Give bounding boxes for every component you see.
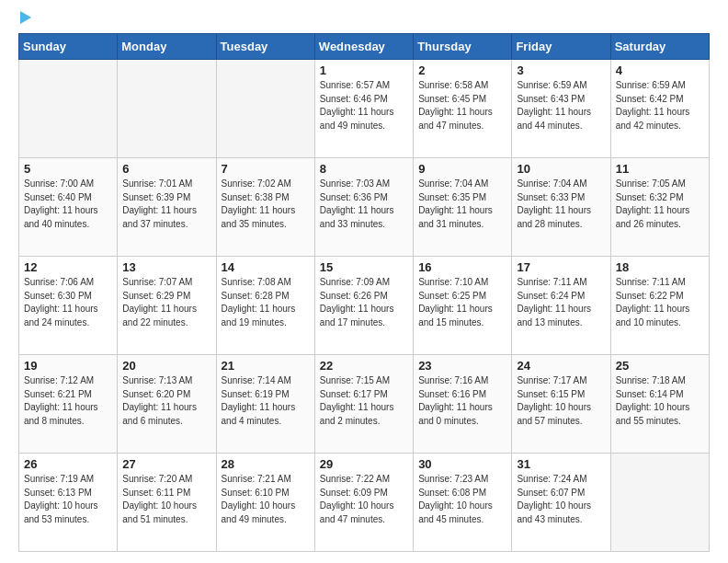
calendar-cell: 30Sunrise: 7:23 AM Sunset: 6:08 PM Dayli… <box>414 454 512 552</box>
day-number: 30 <box>418 457 506 471</box>
calendar-cell: 4Sunrise: 6:59 AM Sunset: 6:42 PM Daylig… <box>610 60 709 158</box>
col-header-wednesday: Wednesday <box>314 34 413 60</box>
day-info: Sunrise: 7:18 AM Sunset: 6:14 PM Dayligh… <box>616 374 704 428</box>
day-number: 18 <box>616 260 704 274</box>
day-info: Sunrise: 6:57 AM Sunset: 6:46 PM Dayligh… <box>320 79 408 132</box>
day-info: Sunrise: 7:14 AM Sunset: 6:19 PM Dayligh… <box>222 374 310 428</box>
day-info: Sunrise: 6:59 AM Sunset: 6:43 PM Dayligh… <box>517 79 605 132</box>
day-info: Sunrise: 7:04 AM Sunset: 6:33 PM Dayligh… <box>517 178 605 231</box>
day-number: 6 <box>122 162 210 176</box>
calendar-cell: 6Sunrise: 7:01 AM Sunset: 6:39 PM Daylig… <box>118 158 216 257</box>
calendar-cell: 3Sunrise: 6:59 AM Sunset: 6:43 PM Daylig… <box>512 60 610 158</box>
day-info: Sunrise: 7:08 AM Sunset: 6:28 PM Dayligh… <box>222 276 310 329</box>
calendar-cell: 2Sunrise: 6:58 AM Sunset: 6:45 PM Daylig… <box>414 60 512 158</box>
day-number: 22 <box>320 359 408 373</box>
calendar-cell: 28Sunrise: 7:21 AM Sunset: 6:10 PM Dayli… <box>216 454 314 552</box>
calendar-cell: 1Sunrise: 6:57 AM Sunset: 6:46 PM Daylig… <box>314 60 413 158</box>
logo <box>18 15 31 24</box>
day-number: 28 <box>222 457 310 471</box>
day-number: 19 <box>24 359 112 373</box>
day-info: Sunrise: 7:22 AM Sunset: 6:09 PM Dayligh… <box>320 473 408 526</box>
day-number: 12 <box>24 260 112 274</box>
calendar-cell: 21Sunrise: 7:14 AM Sunset: 6:19 PM Dayli… <box>216 355 314 454</box>
day-info: Sunrise: 7:19 AM Sunset: 6:13 PM Dayligh… <box>24 473 112 526</box>
calendar-cell: 31Sunrise: 7:24 AM Sunset: 6:07 PM Dayli… <box>512 454 610 552</box>
day-number: 24 <box>517 359 605 373</box>
day-info: Sunrise: 7:05 AM Sunset: 6:32 PM Dayligh… <box>616 178 704 231</box>
calendar-cell: 18Sunrise: 7:11 AM Sunset: 6:22 PM Dayli… <box>610 257 709 355</box>
day-number: 15 <box>320 260 408 274</box>
calendar-cell: 29Sunrise: 7:22 AM Sunset: 6:09 PM Dayli… <box>314 454 413 552</box>
day-number: 5 <box>24 162 112 176</box>
day-number: 8 <box>320 162 408 176</box>
day-number: 27 <box>122 457 210 471</box>
day-number: 23 <box>418 359 506 373</box>
col-header-tuesday: Tuesday <box>216 34 314 60</box>
calendar-cell: 10Sunrise: 7:04 AM Sunset: 6:33 PM Dayli… <box>512 158 610 257</box>
col-header-monday: Monday <box>118 34 216 60</box>
calendar-cell <box>118 60 216 158</box>
calendar-cell: 14Sunrise: 7:08 AM Sunset: 6:28 PM Dayli… <box>216 257 314 355</box>
calendar-week-row: 19Sunrise: 7:12 AM Sunset: 6:21 PM Dayli… <box>19 355 710 454</box>
day-number: 10 <box>517 162 605 176</box>
day-number: 13 <box>122 260 210 274</box>
day-info: Sunrise: 7:11 AM Sunset: 6:24 PM Dayligh… <box>517 276 605 329</box>
day-info: Sunrise: 7:15 AM Sunset: 6:17 PM Dayligh… <box>320 374 408 428</box>
day-number: 4 <box>616 63 704 77</box>
day-info: Sunrise: 7:20 AM Sunset: 6:11 PM Dayligh… <box>122 473 210 526</box>
calendar-cell: 20Sunrise: 7:13 AM Sunset: 6:20 PM Dayli… <box>118 355 216 454</box>
calendar-cell: 22Sunrise: 7:15 AM Sunset: 6:17 PM Dayli… <box>314 355 413 454</box>
day-info: Sunrise: 7:21 AM Sunset: 6:10 PM Dayligh… <box>222 473 310 526</box>
day-number: 29 <box>320 457 408 471</box>
col-header-sunday: Sunday <box>19 34 118 60</box>
calendar-cell: 12Sunrise: 7:06 AM Sunset: 6:30 PM Dayli… <box>19 257 118 355</box>
calendar-cell: 23Sunrise: 7:16 AM Sunset: 6:16 PM Dayli… <box>414 355 512 454</box>
day-info: Sunrise: 7:02 AM Sunset: 6:38 PM Dayligh… <box>222 178 310 231</box>
calendar-cell: 25Sunrise: 7:18 AM Sunset: 6:14 PM Dayli… <box>610 355 709 454</box>
day-number: 26 <box>24 457 112 471</box>
calendar-cell: 11Sunrise: 7:05 AM Sunset: 6:32 PM Dayli… <box>610 158 709 257</box>
day-info: Sunrise: 7:01 AM Sunset: 6:39 PM Dayligh… <box>122 178 210 231</box>
calendar-week-row: 12Sunrise: 7:06 AM Sunset: 6:30 PM Dayli… <box>19 257 710 355</box>
day-number: 21 <box>222 359 310 373</box>
day-info: Sunrise: 7:09 AM Sunset: 6:26 PM Dayligh… <box>320 276 408 329</box>
day-info: Sunrise: 7:10 AM Sunset: 6:25 PM Dayligh… <box>418 276 506 329</box>
calendar-header-row: SundayMondayTuesdayWednesdayThursdayFrid… <box>19 34 710 60</box>
calendar-cell: 13Sunrise: 7:07 AM Sunset: 6:29 PM Dayli… <box>118 257 216 355</box>
calendar-cell: 16Sunrise: 7:10 AM Sunset: 6:25 PM Dayli… <box>414 257 512 355</box>
day-number: 20 <box>122 359 210 373</box>
calendar-cell: 27Sunrise: 7:20 AM Sunset: 6:11 PM Dayli… <box>118 454 216 552</box>
day-number: 7 <box>222 162 310 176</box>
day-info: Sunrise: 7:17 AM Sunset: 6:15 PM Dayligh… <box>517 374 605 428</box>
calendar-week-row: 1Sunrise: 6:57 AM Sunset: 6:46 PM Daylig… <box>19 60 710 158</box>
day-number: 9 <box>418 162 506 176</box>
calendar-cell <box>216 60 314 158</box>
day-info: Sunrise: 7:07 AM Sunset: 6:29 PM Dayligh… <box>122 276 210 329</box>
day-info: Sunrise: 6:59 AM Sunset: 6:42 PM Dayligh… <box>616 79 704 132</box>
day-info: Sunrise: 7:11 AM Sunset: 6:22 PM Dayligh… <box>616 276 704 329</box>
calendar-table: SundayMondayTuesdayWednesdayThursdayFrid… <box>18 33 710 552</box>
col-header-saturday: Saturday <box>610 34 709 60</box>
day-info: Sunrise: 7:12 AM Sunset: 6:21 PM Dayligh… <box>24 374 112 428</box>
calendar-cell: 26Sunrise: 7:19 AM Sunset: 6:13 PM Dayli… <box>19 454 118 552</box>
day-number: 17 <box>517 260 605 274</box>
day-info: Sunrise: 7:23 AM Sunset: 6:08 PM Dayligh… <box>418 473 506 526</box>
calendar-cell: 8Sunrise: 7:03 AM Sunset: 6:36 PM Daylig… <box>314 158 413 257</box>
calendar-cell: 5Sunrise: 7:00 AM Sunset: 6:40 PM Daylig… <box>19 158 118 257</box>
page: SundayMondayTuesdayWednesdayThursdayFrid… <box>0 0 728 563</box>
day-number: 31 <box>517 457 605 471</box>
day-info: Sunrise: 6:58 AM Sunset: 6:45 PM Dayligh… <box>418 79 506 132</box>
calendar-week-row: 5Sunrise: 7:00 AM Sunset: 6:40 PM Daylig… <box>19 158 710 257</box>
logo-arrow-icon <box>20 11 31 24</box>
calendar-cell: 19Sunrise: 7:12 AM Sunset: 6:21 PM Dayli… <box>19 355 118 454</box>
day-info: Sunrise: 7:24 AM Sunset: 6:07 PM Dayligh… <box>517 473 605 526</box>
calendar-cell <box>19 60 118 158</box>
day-number: 3 <box>517 63 605 77</box>
calendar-cell: 24Sunrise: 7:17 AM Sunset: 6:15 PM Dayli… <box>512 355 610 454</box>
day-number: 14 <box>222 260 310 274</box>
day-number: 2 <box>418 63 506 77</box>
col-header-thursday: Thursday <box>414 34 512 60</box>
calendar-week-row: 26Sunrise: 7:19 AM Sunset: 6:13 PM Dayli… <box>19 454 710 552</box>
header <box>18 15 710 24</box>
calendar-cell: 17Sunrise: 7:11 AM Sunset: 6:24 PM Dayli… <box>512 257 610 355</box>
